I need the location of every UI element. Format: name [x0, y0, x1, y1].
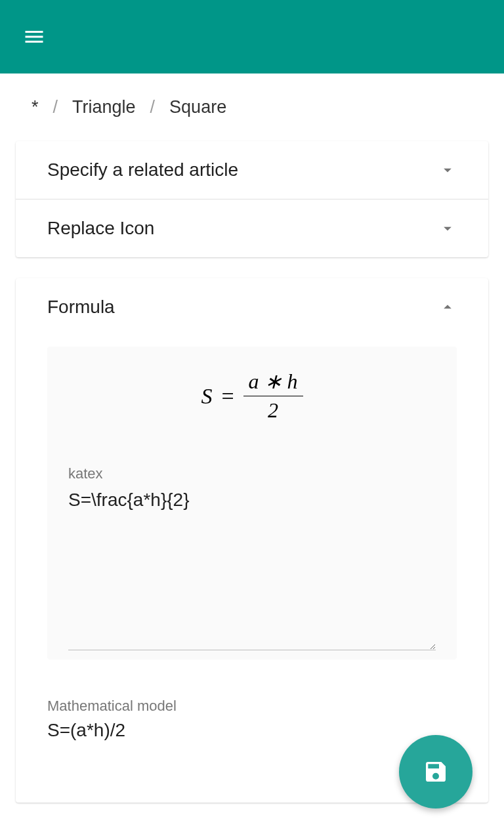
hamburger-icon — [22, 25, 46, 49]
breadcrumb-root[interactable]: * — [32, 97, 39, 117]
breadcrumb-item-triangle[interactable]: Triangle — [72, 97, 136, 117]
panel-formula-body: S = a ∗ h 2 katex S=\frac{a*h}{2} Mathem… — [16, 346, 488, 803]
formula-card: Formula S = a ∗ h 2 katex S=\frac{a*h}{2… — [16, 278, 488, 803]
model-input[interactable] — [47, 719, 457, 746]
save-fab[interactable] — [399, 735, 472, 808]
panel-title: Specify a related article — [47, 159, 238, 180]
katex-label: katex — [68, 465, 436, 482]
breadcrumb-separator: / — [53, 97, 58, 117]
breadcrumb-item-square[interactable]: Square — [169, 97, 226, 117]
breadcrumb-separator: / — [150, 97, 156, 117]
fraction-numerator: a ∗ h — [243, 370, 303, 396]
chevron-down-icon — [438, 161, 457, 179]
formula-left: S — [201, 384, 212, 409]
chevron-down-icon — [438, 219, 457, 238]
save-icon — [423, 759, 449, 785]
chevron-up-icon — [438, 298, 457, 316]
breadcrumb: * / Triangle / Square — [0, 74, 504, 141]
fraction-denominator: 2 — [268, 396, 278, 422]
menu-button[interactable] — [18, 21, 50, 52]
panel-formula[interactable]: Formula — [16, 278, 488, 336]
app-bar — [0, 0, 504, 74]
katex-field: katex S=\frac{a*h}{2} — [47, 446, 457, 660]
equals-sign: = — [221, 384, 234, 409]
panel-title: Formula — [47, 297, 115, 318]
panel-title: Replace Icon — [47, 218, 154, 239]
panel-replace-icon[interactable]: Replace Icon — [16, 199, 488, 257]
formula-fraction: a ∗ h 2 — [243, 370, 303, 422]
model-field: Mathematical model — [47, 678, 457, 753]
panel-related-article[interactable]: Specify a related article — [16, 141, 488, 199]
formula-preview: S = a ∗ h 2 — [47, 346, 457, 446]
katex-input[interactable]: S=\frac{a*h}{2} — [68, 486, 436, 650]
settings-card: Specify a related article Replace Icon — [16, 141, 488, 257]
model-label: Mathematical model — [47, 698, 457, 715]
